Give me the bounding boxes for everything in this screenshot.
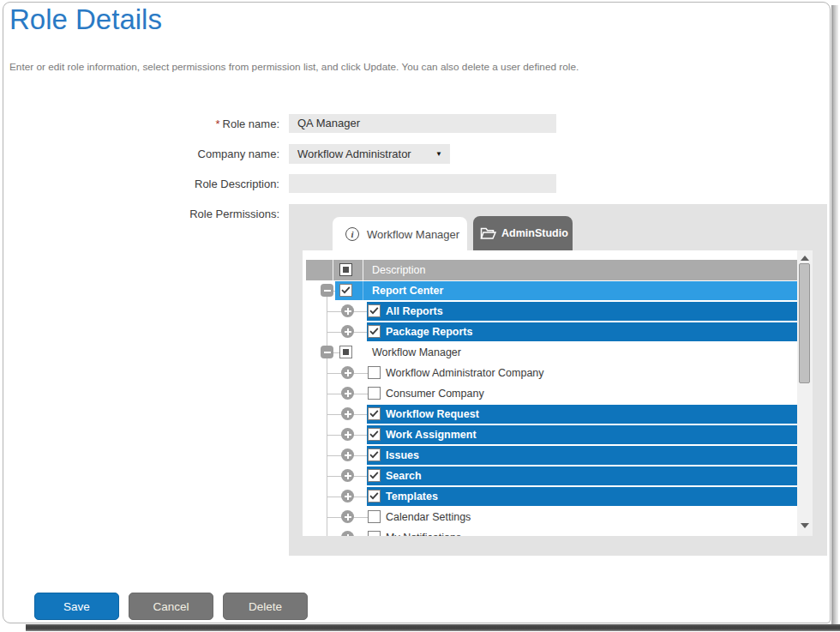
row-label: Work Assignment [386, 429, 477, 441]
column-separator [363, 260, 363, 280]
tree-row[interactable]: Package Reports [306, 322, 797, 342]
role-description-label: Role Description: [0, 178, 279, 190]
row-label: Package Reports [386, 326, 472, 338]
bottom-dark-bar [26, 624, 840, 631]
row-checkbox[interactable] [368, 428, 381, 441]
row-highlight [367, 446, 797, 465]
tree-row[interactable]: My Notifications [306, 527, 797, 536]
row-label: Workflow Administrator Company [386, 367, 544, 379]
page-subtitle: Enter or edit role information, select p… [9, 61, 579, 73]
description-column-header: Description [372, 264, 426, 276]
row-checkbox[interactable] [368, 366, 381, 379]
dropdown-arrow-icon: ▼ [435, 144, 442, 164]
scrollbar-up-icon[interactable] [801, 256, 809, 261]
expand-plus-icon[interactable] [341, 304, 354, 317]
expand-plus-icon[interactable] [341, 325, 354, 338]
scrollbar-down-icon[interactable] [801, 523, 809, 528]
permissions-tree-table: Description Report CenterAll ReportsPack… [306, 260, 797, 536]
role-name-label: *Role name: [0, 117, 279, 130]
role-permissions-label: Role Permissions: [0, 208, 279, 220]
tree-row[interactable]: Issues [306, 445, 797, 466]
info-icon: i [345, 227, 359, 241]
tree-row[interactable]: Workflow Administrator Company [306, 363, 797, 383]
row-checkbox[interactable] [368, 407, 381, 420]
row-checkbox[interactable] [339, 346, 352, 358]
tree-row[interactable]: Report Center [306, 280, 797, 301]
row-checkbox[interactable] [368, 510, 381, 523]
row-label: Consumer Company [386, 388, 484, 400]
tree-row[interactable]: Work Assignment [306, 424, 797, 445]
collapse-minus-icon[interactable] [321, 284, 333, 297]
tree-row[interactable]: Consumer Company [306, 383, 797, 404]
row-checkbox[interactable] [368, 304, 381, 317]
row-checkbox[interactable] [368, 325, 381, 338]
company-name-select[interactable]: Workflow Administrator▼ [289, 144, 450, 164]
row-label: My Notifications [386, 532, 461, 536]
permissions-tree-panel: Description Report CenterAll ReportsPack… [303, 250, 813, 536]
expand-plus-icon[interactable] [341, 510, 354, 523]
tree-row[interactable]: Templates [306, 486, 797, 507]
expand-plus-icon[interactable] [341, 366, 354, 379]
role-name-input[interactable]: QA Manager [289, 114, 556, 133]
delete-button[interactable]: Delete [223, 593, 308, 620]
row-label: Workflow Request [386, 408, 479, 420]
row-label: Issues [386, 449, 419, 461]
page-title: Role Details [9, 3, 162, 36]
expand-plus-icon[interactable] [341, 469, 354, 482]
page-shadow-right [831, 5, 838, 624]
collapse-minus-icon[interactable] [321, 346, 333, 358]
tree-row[interactable]: Calendar Settings [306, 507, 797, 527]
row-highlight [367, 466, 797, 485]
row-label: Templates [386, 491, 438, 503]
cancel-button[interactable]: Cancel [129, 593, 213, 620]
row-label: Search [386, 470, 422, 482]
folder-icon [480, 227, 496, 240]
required-asterisk: * [215, 117, 219, 130]
tab-workflow-manager[interactable]: i Workflow Manager [333, 217, 467, 251]
tree-header-row: Description [306, 260, 797, 280]
row-label: All Reports [386, 305, 443, 317]
row-checkbox[interactable] [368, 469, 381, 482]
company-name-label: Company name: [0, 147, 279, 160]
expand-plus-icon[interactable] [341, 428, 354, 441]
select-all-checkbox[interactable] [339, 263, 352, 276]
tree-row[interactable]: Search [306, 466, 797, 486]
expand-plus-icon[interactable] [341, 448, 354, 461]
tab-adminstudio-label: AdminStudio [501, 227, 568, 239]
expand-plus-icon[interactable] [341, 387, 354, 400]
tree-row[interactable]: All Reports [306, 301, 797, 322]
tree-scrollbar[interactable] [797, 250, 813, 536]
tree-row[interactable]: Workflow Manager [306, 342, 797, 363]
tree-row[interactable]: Workflow Request [306, 404, 797, 424]
expand-plus-icon[interactable] [341, 531, 354, 536]
row-checkbox[interactable] [368, 531, 381, 536]
row-label: Report Center [372, 285, 443, 297]
row-label: Calendar Settings [386, 511, 471, 523]
row-label: Workflow Manager [372, 346, 461, 358]
save-button[interactable]: Save [34, 593, 119, 620]
scrollbar-thumb[interactable] [799, 263, 810, 383]
expand-plus-icon[interactable] [341, 490, 354, 503]
row-checkbox[interactable] [339, 284, 352, 297]
tab-workflow-manager-label: Workflow Manager [367, 228, 459, 241]
expand-plus-icon[interactable] [341, 407, 354, 420]
row-checkbox[interactable] [368, 448, 381, 461]
row-checkbox[interactable] [368, 490, 381, 503]
company-name-value: Workflow Administrator [297, 147, 411, 160]
tab-adminstudio[interactable]: AdminStudio [473, 216, 573, 250]
role-description-input[interactable] [289, 174, 556, 193]
column-separator [333, 260, 333, 280]
row-checkbox[interactable] [368, 387, 381, 400]
